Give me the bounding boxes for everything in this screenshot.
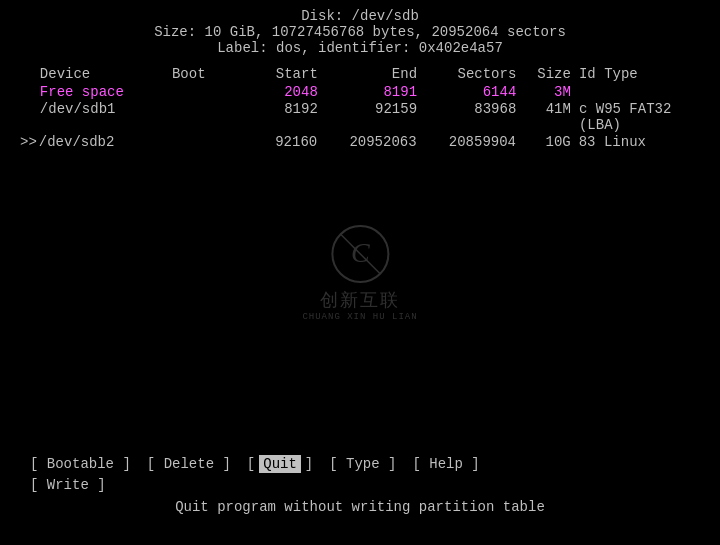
table-row: Free space 2048 8191 6144 3M bbox=[20, 84, 700, 100]
bottom-section: [ Bootable ] [ Delete ] [ Quit ] [ Type … bbox=[0, 455, 720, 515]
cell-sdb2-start: 92160 bbox=[218, 134, 317, 150]
cell-sdb2-boot bbox=[158, 134, 218, 150]
table-row: /dev/sdb1 8192 92159 83968 41M c W95 FAT… bbox=[20, 101, 700, 133]
menu-bootable[interactable]: [ Bootable ] bbox=[30, 456, 131, 472]
menu-write[interactable]: [ Write ] bbox=[30, 477, 106, 493]
cell-sdb1-sectors: 83968 bbox=[417, 101, 516, 133]
cell-sdb2-end: 20952063 bbox=[317, 134, 416, 150]
cell-sdb1-boot bbox=[159, 101, 219, 133]
cell-freespace-device: Free space bbox=[40, 84, 159, 100]
col-header-end: End bbox=[318, 66, 417, 82]
watermark: C 创新互联 CHUANG XIN HU LIAN bbox=[302, 224, 417, 322]
cell-freespace-start: 2048 bbox=[219, 84, 318, 100]
table-header-row: Device Boot Start End Sectors Size Id Ty… bbox=[20, 66, 700, 82]
cell-freespace-idtype bbox=[571, 84, 700, 100]
cell-sdb1-size: 41M bbox=[516, 101, 571, 133]
cell-freespace-end: 8191 bbox=[318, 84, 417, 100]
menu-row-1: [ Bootable ] [ Delete ] [ Quit ] [ Type … bbox=[30, 455, 690, 473]
col-header-device: Device bbox=[40, 66, 159, 82]
watermark-cn: 创新互联 bbox=[320, 288, 400, 312]
row-selector: >> bbox=[20, 134, 37, 150]
status-line: Quit program without writing partition t… bbox=[30, 499, 690, 515]
size-line: Size: 10 GiB, 10727456768 bytes, 2095206… bbox=[0, 24, 720, 40]
header-section: Disk: /dev/sdb Size: 10 GiB, 10727456768… bbox=[0, 0, 720, 56]
col-header-size: Size bbox=[516, 66, 571, 82]
cell-sdb2-idtype: 83 Linux bbox=[571, 134, 700, 150]
cell-freespace-boot bbox=[159, 84, 219, 100]
col-header-boot: Boot bbox=[159, 66, 219, 82]
cell-freespace-sectors: 6144 bbox=[417, 84, 516, 100]
menu-type[interactable]: [ Type ] bbox=[329, 456, 396, 472]
col-header-sectors: Sectors bbox=[417, 66, 516, 82]
cell-sdb1-start: 8192 bbox=[219, 101, 318, 133]
menu-row-2: [ Write ] bbox=[30, 477, 690, 493]
watermark-en: CHUANG XIN HU LIAN bbox=[302, 312, 417, 322]
menu-help[interactable]: [ Help ] bbox=[412, 456, 479, 472]
terminal-screen: Disk: /dev/sdb Size: 10 GiB, 10727456768… bbox=[0, 0, 720, 545]
cell-sdb1-device: /dev/sdb1 bbox=[40, 101, 159, 133]
partition-table: Device Boot Start End Sectors Size Id Ty… bbox=[0, 66, 720, 150]
col-header-start: Start bbox=[219, 66, 318, 82]
cell-sdb2-sectors: 20859904 bbox=[417, 134, 516, 150]
cell-sdb1-end: 92159 bbox=[318, 101, 417, 133]
menu-delete[interactable]: [ Delete ] bbox=[147, 456, 231, 472]
svg-text:C: C bbox=[351, 237, 370, 268]
cell-sdb2-device: /dev/sdb2 bbox=[39, 134, 158, 150]
cell-freespace-size: 3M bbox=[516, 84, 571, 100]
table-row: >> /dev/sdb2 92160 20952063 20859904 10G… bbox=[20, 134, 700, 150]
cell-sdb1-idtype: c W95 FAT32 (LBA) bbox=[571, 101, 700, 133]
label-line: Label: dos, identifier: 0x402e4a57 bbox=[0, 40, 720, 56]
cell-sdb2-size: 10G bbox=[516, 134, 571, 150]
disk-label: Disk: /dev/sdb bbox=[0, 8, 720, 24]
menu-quit-selected[interactable]: Quit bbox=[259, 455, 301, 473]
col-header-idtype: Id Type bbox=[571, 66, 700, 82]
